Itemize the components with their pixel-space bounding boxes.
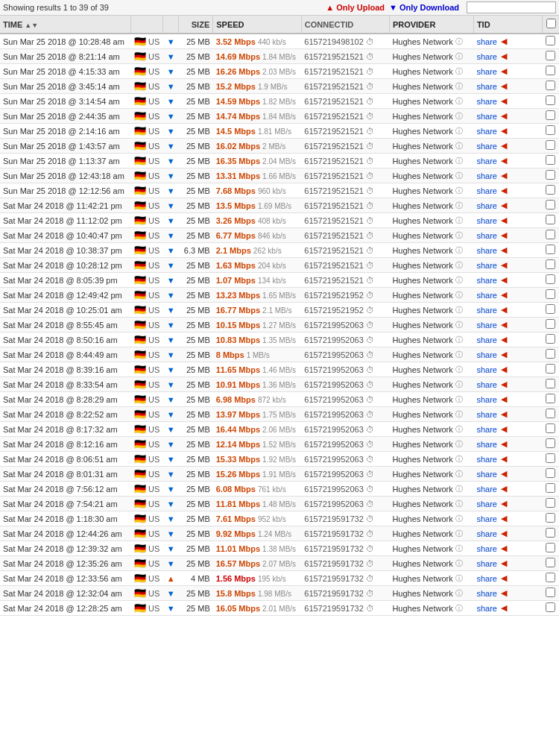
row-checkbox[interactable] [546,364,555,374]
checkbox-cell[interactable] [543,168,559,183]
checkbox-cell[interactable] [543,601,559,616]
share-link[interactable]: share [476,485,497,494]
share-link[interactable]: share [476,37,497,46]
provider-info-icon[interactable]: ⓘ [455,335,463,345]
share-link[interactable]: share [476,544,497,553]
clock-icon[interactable]: ⏱ [366,410,374,419]
clock-icon[interactable]: ⏱ [366,142,374,151]
row-checkbox[interactable] [546,66,555,75]
search-input[interactable] [467,1,556,13]
share-link[interactable]: share [476,261,497,270]
row-checkbox[interactable] [546,155,555,165]
checkbox-cell[interactable] [543,318,559,333]
share-link[interactable]: share [476,201,497,210]
clock-icon[interactable]: ⏱ [366,529,374,538]
row-checkbox[interactable] [546,573,555,582]
row-checkbox[interactable] [546,438,555,448]
share-link[interactable]: share [476,67,497,76]
provider-info-icon[interactable]: ⓘ [455,409,463,420]
provider-info-icon[interactable]: ⓘ [455,96,463,107]
share-link[interactable]: share [476,410,497,419]
upload-filter-button[interactable]: ▲ Only Upload [326,3,385,12]
clock-icon[interactable]: ⏱ [366,500,374,508]
clock-icon[interactable]: ⏱ [366,276,374,285]
share-link[interactable]: share [476,589,497,598]
provider-info-icon[interactable]: ⓘ [455,499,463,509]
checkbox-cell[interactable] [543,377,559,392]
clock-icon[interactable]: ⏱ [366,395,374,404]
checkbox-cell[interactable] [543,526,559,541]
row-checkbox[interactable] [546,215,555,224]
row-checkbox[interactable] [546,289,555,299]
share-link[interactable]: share [476,574,497,583]
provider-info-icon[interactable]: ⓘ [455,81,463,92]
share-link[interactable]: share [476,470,497,479]
provider-info-icon[interactable]: ⓘ [455,529,463,539]
clock-icon[interactable]: ⏱ [366,261,374,270]
clock-icon[interactable]: ⏱ [366,425,374,434]
row-checkbox[interactable] [546,468,555,478]
provider-info-icon[interactable]: ⓘ [455,379,463,390]
clock-icon[interactable]: ⏱ [366,97,374,106]
row-checkbox[interactable] [546,349,555,359]
checkbox-cell[interactable] [543,541,559,556]
row-checkbox[interactable] [546,588,555,597]
share-link[interactable]: share [476,276,497,285]
provider-info-icon[interactable]: ⓘ [455,186,463,196]
clock-icon[interactable]: ⏱ [366,231,374,240]
checkbox-cell[interactable] [543,407,559,422]
provider-info-icon[interactable]: ⓘ [455,439,463,450]
checkbox-cell[interactable] [543,437,559,452]
clock-icon[interactable]: ⏱ [366,67,374,76]
share-link[interactable]: share [476,604,497,613]
provider-info-icon[interactable]: ⓘ [455,245,463,256]
share-link[interactable]: share [476,514,497,523]
checkbox-cell[interactable] [543,556,559,571]
clock-icon[interactable]: ⏱ [366,514,374,523]
provider-info-icon[interactable]: ⓘ [455,171,463,181]
clock-icon[interactable]: ⏱ [366,321,374,330]
checkbox-cell[interactable] [543,258,559,273]
checkbox-cell[interactable] [543,273,559,288]
clock-icon[interactable]: ⏱ [366,306,374,315]
share-link[interactable]: share [476,500,497,508]
clock-icon[interactable]: ⏱ [366,574,374,583]
provider-info-icon[interactable]: ⓘ [455,141,463,151]
row-checkbox[interactable] [546,51,555,60]
checkbox-cell[interactable] [543,511,559,526]
provider-header[interactable]: PROVIDER [389,16,473,34]
provider-info-icon[interactable]: ⓘ [455,469,463,479]
select-all-header[interactable] [543,16,559,34]
row-checkbox[interactable] [546,259,555,269]
share-link[interactable]: share [476,306,497,315]
row-checkbox[interactable] [546,602,555,612]
checkbox-cell[interactable] [543,64,559,79]
checkbox-cell[interactable] [543,288,559,303]
row-checkbox[interactable] [546,185,555,195]
provider-info-icon[interactable]: ⓘ [455,305,463,315]
row-checkbox[interactable] [546,558,555,567]
share-link[interactable]: share [476,529,497,538]
row-checkbox[interactable] [546,423,555,433]
checkbox-cell[interactable] [543,362,559,377]
share-link[interactable]: share [476,127,497,136]
checkbox-cell[interactable] [543,303,559,318]
share-link[interactable]: share [476,559,497,568]
row-checkbox[interactable] [546,125,555,135]
provider-info-icon[interactable]: ⓘ [455,320,463,330]
checkbox-cell[interactable] [543,422,559,437]
checkbox-cell[interactable] [543,571,559,586]
row-checkbox[interactable] [546,528,555,538]
share-link[interactable]: share [476,216,497,225]
share-link[interactable]: share [476,52,497,61]
checkbox-cell[interactable] [543,109,559,124]
share-link[interactable]: share [476,231,497,240]
row-checkbox[interactable] [546,245,555,254]
clock-icon[interactable]: ⏱ [366,246,374,255]
provider-info-icon[interactable]: ⓘ [455,394,463,405]
share-link[interactable]: share [476,425,497,434]
checkbox-cell[interactable] [543,228,559,243]
provider-info-icon[interactable]: ⓘ [455,588,463,599]
share-link[interactable]: share [476,380,497,389]
share-link[interactable]: share [476,455,497,464]
